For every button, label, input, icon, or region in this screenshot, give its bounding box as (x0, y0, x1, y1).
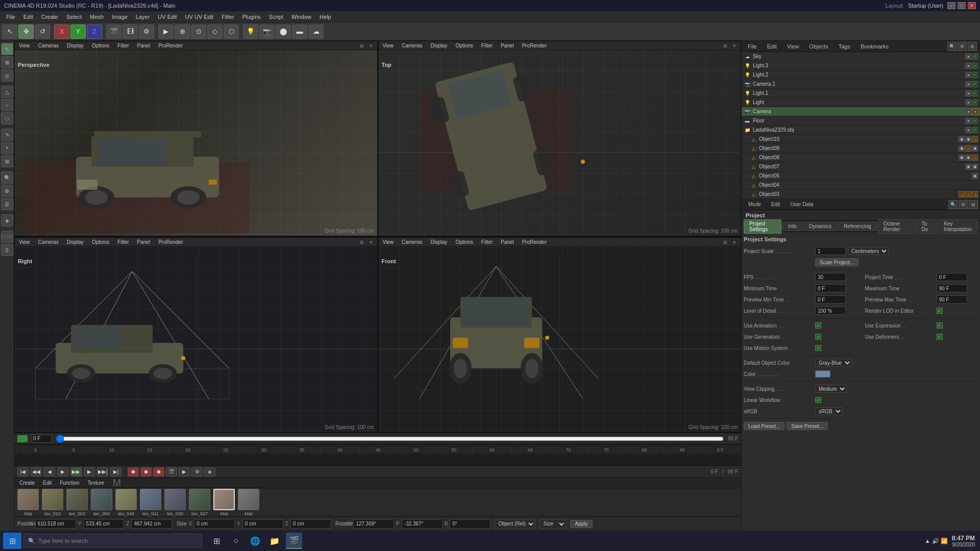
transform-sz-input[interactable] (290, 519, 331, 529)
tool-diamond[interactable]: ◇ (207, 24, 223, 39)
left-tool-polygon[interactable]: △ (1, 86, 13, 98)
transform-y-input[interactable] (83, 519, 124, 529)
taskbar-icon-edge[interactable]: 🌐 (247, 533, 263, 549)
transform-z-input[interactable] (131, 519, 172, 529)
viewport-perspective[interactable]: View Cameras Display Options Filter Pane… (14, 41, 378, 236)
attr-use-generators-checkbox[interactable]: ✓ (815, 334, 821, 340)
vp-right-panel[interactable]: Panel (135, 239, 153, 245)
viewport-perspective-canvas[interactable]: Perspective (15, 51, 377, 236)
om-objects[interactable]: Objects (806, 42, 831, 51)
menu-edit[interactable]: Edit (19, 13, 37, 21)
floor-enable[interactable]: ✓ (972, 118, 978, 124)
object-light1[interactable]: 💡 Light.1 ● ✓ (742, 89, 980, 98)
transform-sx-input[interactable] (194, 519, 235, 529)
obj08-v1[interactable]: ▣ (959, 155, 965, 161)
transform-b-input[interactable] (450, 519, 491, 529)
attr-tab-mode[interactable]: Mode (744, 200, 766, 209)
tool-y[interactable]: Y (70, 24, 86, 39)
attr-subtab-key-interp[interactable]: Key Interpolation (938, 219, 978, 234)
tool-light[interactable]: 💡 (243, 24, 258, 39)
menu-help[interactable]: Help (315, 13, 335, 21)
tool-settings[interactable]: ⚙ (139, 24, 154, 39)
materials-function[interactable]: Function (58, 480, 81, 486)
object-camera1[interactable]: 📷 Camera.1 ● ✓ (742, 80, 980, 89)
attr-max-time-input[interactable] (937, 284, 967, 292)
attr-expand[interactable]: ⊞ (969, 200, 978, 209)
obj10-v2[interactable]: ▣ (965, 136, 971, 142)
obj09-v2[interactable]: △ (965, 145, 971, 152)
vp-perspective-cameras[interactable]: Cameras (36, 43, 61, 48)
camera1-visible[interactable]: ● (965, 81, 971, 87)
transform-sy-input[interactable] (242, 519, 283, 529)
menu-mesh[interactable]: Mesh (86, 13, 108, 21)
vp-front-expand[interactable]: ⊞ (721, 238, 729, 246)
vp-perspective-filter[interactable]: Filter (115, 43, 131, 48)
material-tex041-thumb[interactable] (140, 489, 161, 510)
viewport-front[interactable]: View Cameras Display Options Filter Pane… (378, 237, 742, 433)
playback-render-preview[interactable]: 🎬 (166, 467, 177, 477)
vp-top-display[interactable]: Display (429, 43, 450, 48)
ladaniva-group-visible[interactable]: ● (965, 127, 971, 133)
playback-prev-key[interactable]: ◀◀ (31, 467, 42, 477)
object-light2[interactable]: 💡 Light.2 ● ✓ (742, 70, 980, 80)
vp-perspective-close[interactable]: ✕ (367, 42, 375, 50)
vp-perspective-panel[interactable]: Panel (135, 43, 153, 48)
left-tool-menu[interactable]: ☰ (1, 198, 13, 210)
attr-default-color-dropdown[interactable]: Gray-Blue Gray Red (815, 359, 852, 367)
attr-subtab-info[interactable]: Info (782, 222, 802, 231)
menu-select[interactable]: Select (62, 13, 86, 21)
vp-right-display[interactable]: Display (65, 239, 86, 245)
tool-z[interactable]: Z (87, 24, 102, 39)
material-mat-2-thumb[interactable] (238, 489, 259, 510)
light-enable[interactable]: ✓ (972, 99, 978, 106)
obj09-v1[interactable]: ▣ (959, 145, 965, 152)
menu-uvedit[interactable]: UV Edit (154, 13, 181, 21)
sky-enable[interactable]: ✓ (972, 54, 978, 60)
obj07-v2[interactable]: ▣ (972, 164, 978, 170)
obj08-v3[interactable]: △ (972, 155, 978, 161)
object-obj04[interactable]: △ Object04 (742, 181, 980, 190)
attr-subtab-project-settings[interactable]: Project Settings (744, 219, 781, 234)
viewport-right[interactable]: View Cameras Display Options Filter Pane… (14, 237, 378, 433)
attr-project-scale-unit[interactable]: Centimeters Meters Inches (848, 247, 889, 255)
object-obj03[interactable]: △ Object03 △ △ △ (742, 190, 980, 199)
attr-use-animation-checkbox[interactable]: ✓ (815, 322, 821, 329)
playback-record2[interactable]: ⏺ (140, 467, 152, 477)
left-tool-select-circle[interactable]: ◎ (1, 69, 13, 82)
taskbar-search-box[interactable]: 🔍 Type here to search (23, 534, 202, 548)
vp-front-close[interactable]: ✕ (730, 238, 739, 246)
attr-project-scale-input[interactable] (815, 247, 846, 255)
obj07-v1[interactable]: ▣ (965, 164, 971, 170)
left-tool-select-box[interactable]: ⊞ (1, 56, 13, 68)
material-mat-2[interactable]: Mat (238, 489, 259, 516)
object-obj10[interactable]: △ Object10 ▣ ▣ △ (742, 135, 980, 144)
attr-load-preset-button[interactable]: Load Preset... (744, 422, 785, 430)
vp-right-expand[interactable]: ⊞ (358, 238, 366, 246)
playback-record3[interactable]: ⏺ (153, 467, 164, 477)
left-tool-config[interactable]: ⚙ (1, 185, 13, 197)
playback-next-key[interactable]: ▶▶| (97, 467, 108, 477)
light-visible[interactable]: ● (965, 99, 971, 106)
tool-move[interactable]: ↖ (2, 24, 17, 39)
obj03-v1[interactable]: △ (959, 191, 965, 197)
om-bookmarks[interactable]: Bookmarks (857, 42, 892, 51)
vp-front-view[interactable]: View (381, 239, 396, 245)
left-tool-bridge[interactable]: ⊞ (1, 155, 13, 167)
om-expand-icon[interactable]: ⊞ (968, 42, 977, 51)
vp-right-filter[interactable]: Filter (115, 239, 131, 245)
attr-tab-edit[interactable]: Edit (767, 200, 785, 209)
minimize-button[interactable]: – (947, 2, 955, 9)
attr-preview-max-input[interactable] (937, 295, 967, 304)
timeline-current-frame[interactable] (32, 435, 52, 443)
menu-image[interactable]: Image (108, 13, 132, 21)
tool-select[interactable]: ✥ (18, 24, 34, 39)
transform-apply-button[interactable]: Apply (570, 520, 592, 528)
vp-top-expand[interactable]: ⊞ (721, 42, 729, 50)
viewport-front-canvas[interactable]: Front (379, 247, 741, 432)
material-tex027-thumb[interactable] (189, 489, 210, 510)
menu-layer[interactable]: Layer (132, 13, 154, 21)
sky-visible[interactable]: ● (965, 54, 971, 60)
floor-visible[interactable]: ● (965, 118, 971, 124)
material-tex039-thumb[interactable] (164, 489, 186, 510)
obj03-v2[interactable]: △ (965, 191, 971, 197)
